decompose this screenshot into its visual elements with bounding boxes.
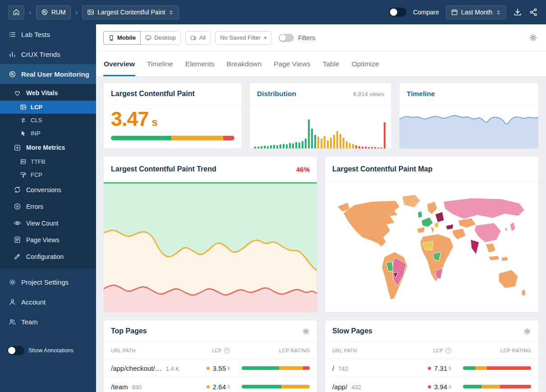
table-header: URL PATH LCP? LCP RATING xyxy=(325,342,538,359)
caret-down-icon: ▾ xyxy=(264,35,266,40)
map-region-indonesia-east[interactable] xyxy=(501,257,508,261)
lcp-cell-value: 3.94 xyxy=(434,383,447,391)
show-annotations-toggle[interactable] xyxy=(7,346,24,355)
app: › RUM › Largest Contentful Paint Compare… xyxy=(0,0,546,392)
table-row[interactable]: /team930 2.64s xyxy=(104,378,317,392)
map-region-turkey[interactable] xyxy=(446,224,454,230)
users-icon xyxy=(9,318,16,326)
settings-gear-icon[interactable] xyxy=(529,33,537,42)
tab-label: Elements xyxy=(185,60,215,68)
breadcrumb-rum-button[interactable]: RUM xyxy=(36,5,71,19)
tab-elements[interactable]: Elements xyxy=(185,51,215,76)
page-path[interactable]: /app/checkout/… xyxy=(111,364,162,372)
sidebar-item-label: Configuration xyxy=(26,253,64,260)
rating-bar xyxy=(463,366,531,370)
compare-toggle[interactable] xyxy=(389,8,406,17)
tab-table[interactable]: Table xyxy=(322,51,340,76)
list-icon xyxy=(9,31,16,38)
map-region-north-america[interactable] xyxy=(343,201,399,247)
sidebar-item-web-vitals[interactable]: Web Vitals xyxy=(0,85,96,101)
table-row[interactable]: /742 7.31s xyxy=(325,359,538,378)
sidebar-item-crux-trends[interactable]: CrUX Trends xyxy=(0,44,96,64)
card-header: Largest Contentful Paint xyxy=(104,83,242,105)
map-region-scandinavia[interactable] xyxy=(427,202,437,214)
calendar-icon xyxy=(451,9,458,16)
sidebar-item-lcp[interactable]: LCP xyxy=(0,101,96,114)
tab-optimize[interactable]: Optimize xyxy=(351,51,380,76)
card-title[interactable]: Distribution xyxy=(257,90,296,98)
sidebar-item-ttfb[interactable]: TTFB xyxy=(0,155,96,168)
page-path[interactable]: /app/ xyxy=(332,383,347,391)
table-row[interactable]: /app/checkout/…1.4 K 3.55s xyxy=(104,359,317,378)
distribution-chart[interactable] xyxy=(250,105,391,148)
sidebar-item-view-count[interactable]: View Count xyxy=(0,215,96,231)
sidebar-item-page-views[interactable]: Page Views xyxy=(0,231,96,248)
download-icon[interactable] xyxy=(513,8,522,17)
sidebar-item-label: CrUX Trends xyxy=(21,51,60,58)
sidebar-item-cls[interactable]: CLS xyxy=(0,114,96,127)
sidebar-item-real-user-monitoring[interactable]: Real User Monitoring xyxy=(0,64,96,84)
timeline-card: Timeline xyxy=(399,83,539,149)
sidebar: Lab Tests CrUX Trends Real User Monitori… xyxy=(0,24,96,392)
map-region-southeast-asia[interactable] xyxy=(486,243,496,253)
tab-label: Table xyxy=(323,60,340,68)
map-region-australia[interactable] xyxy=(499,270,518,288)
map-region-uk[interactable] xyxy=(418,211,422,218)
device-filter-desktop[interactable]: Desktop xyxy=(140,31,181,45)
sidebar-item-errors[interactable]: Errors xyxy=(0,198,96,215)
table-row[interactable]: /app/432 3.94s xyxy=(325,378,538,392)
filters-toggle[interactable] xyxy=(279,34,294,42)
map-region-india[interactable] xyxy=(471,240,479,254)
tab-timeline[interactable]: Timeline xyxy=(147,51,174,76)
tab-breakdown[interactable]: Breakdown xyxy=(226,51,262,76)
world-map[interactable] xyxy=(325,182,538,312)
saved-filter-dropdown[interactable]: No Saved Filter ▾ xyxy=(215,31,271,45)
sidebar-item-project-settings[interactable]: Project Settings xyxy=(0,272,96,292)
share-icon[interactable] xyxy=(529,8,538,17)
map-region-central-asia[interactable] xyxy=(458,218,476,228)
sidebar-item-label: FCP xyxy=(31,171,42,178)
monitor-search-icon xyxy=(41,9,48,16)
page-path[interactable]: / xyxy=(332,364,334,372)
map-region-spain[interactable] xyxy=(417,227,425,233)
map-card: Largest Contentful Paint Map xyxy=(325,156,539,313)
date-range-button[interactable]: Last Month xyxy=(446,5,506,19)
tab-overview[interactable]: Overview xyxy=(103,51,135,76)
breadcrumb-rum-label: RUM xyxy=(51,9,66,16)
map-region-balkans[interactable] xyxy=(434,222,439,228)
sidebar-item-conversions[interactable]: Conversions xyxy=(0,181,96,198)
map-region-japan[interactable] xyxy=(510,222,515,231)
map-region-middle-east[interactable] xyxy=(452,228,466,240)
map-region-new-zealand[interactable] xyxy=(521,289,525,296)
map-region-italy[interactable] xyxy=(431,226,435,234)
map-region-eastern-europe[interactable] xyxy=(435,212,444,222)
sidebar-item-more-metrics[interactable]: More Metrics xyxy=(0,140,96,155)
card-settings-gear-icon[interactable] xyxy=(302,327,310,335)
timeline-chart[interactable] xyxy=(399,105,538,148)
help-icon[interactable]: ? xyxy=(445,348,451,354)
card-header: Top Pages xyxy=(104,320,317,342)
card-settings-gear-icon[interactable] xyxy=(523,327,531,335)
card-title[interactable]: Timeline xyxy=(407,90,435,98)
map-region-central-europe[interactable] xyxy=(422,217,433,227)
sidebar-item-lab-tests[interactable]: Lab Tests xyxy=(0,24,96,44)
map-region-russia[interactable] xyxy=(443,198,524,219)
sidebar-item-team[interactable]: Team xyxy=(0,312,96,332)
device-filter-mobile[interactable]: Mobile xyxy=(103,31,141,45)
map-region-korea[interactable] xyxy=(505,227,508,232)
map-region-greenland[interactable] xyxy=(402,194,420,207)
map-region-china[interactable] xyxy=(474,223,501,243)
sidebar-item-configuration[interactable]: Configuration xyxy=(0,248,96,265)
tab-page-views[interactable]: Page Views xyxy=(273,51,311,76)
breadcrumb-page-button[interactable]: Largest Contentful Paint xyxy=(82,5,179,19)
sidebar-item-inp[interactable]: INP xyxy=(0,127,96,140)
help-icon[interactable]: ? xyxy=(224,348,230,354)
home-button[interactable] xyxy=(8,5,24,19)
sidebar-item-fcp[interactable]: FCP xyxy=(0,168,96,181)
document-icon xyxy=(14,236,21,244)
map-region-indonesia[interactable] xyxy=(488,256,500,260)
device-filter-all[interactable]: All xyxy=(185,31,211,45)
sidebar-item-account[interactable]: Account xyxy=(0,292,96,312)
trend-chart[interactable] xyxy=(104,182,317,312)
page-path[interactable]: /team xyxy=(111,383,128,391)
